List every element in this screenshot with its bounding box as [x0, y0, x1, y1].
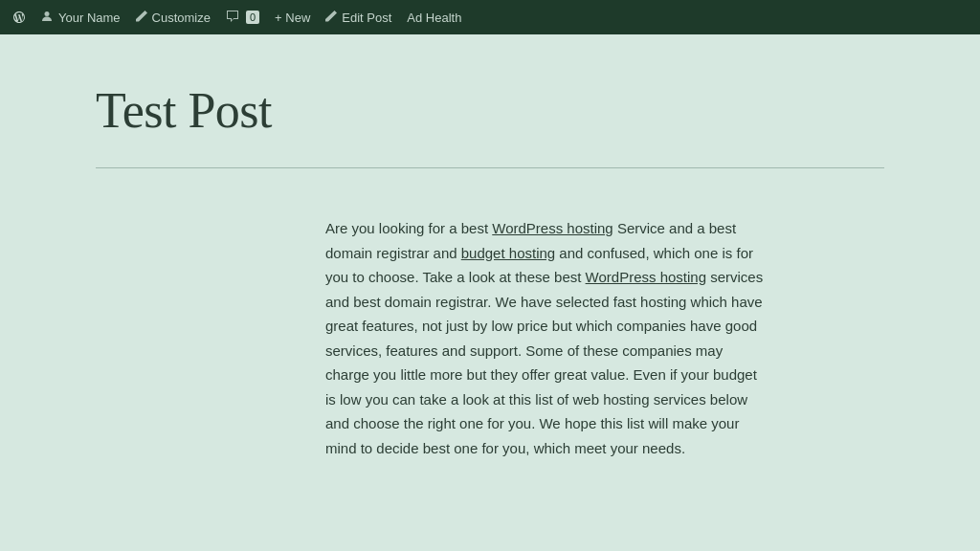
page-content: Test Post Are you looking for a best Wor…: [0, 34, 980, 551]
ad-health-button[interactable]: Ad Health: [399, 0, 469, 34]
your-name-menu[interactable]: Your Name: [33, 0, 128, 34]
post-body: Are you looking for a best WordPress hos…: [325, 216, 766, 460]
wordpress-hosting-link-1[interactable]: WordPress hosting: [492, 220, 612, 236]
new-label: + New: [275, 11, 310, 25]
comment-icon: [226, 10, 239, 26]
admin-bar: Your Name Customize 0 + New Edit Post: [0, 0, 980, 34]
edit-post-label: Edit Post: [342, 11, 391, 25]
wordpress-icon: [13, 8, 25, 27]
svg-point-0: [45, 11, 50, 16]
edit-pencil-icon: [325, 10, 337, 25]
your-name-label: Your Name: [58, 11, 121, 25]
wp-logo-button[interactable]: [6, 4, 33, 31]
post-paragraph: Are you looking for a best WordPress hos…: [325, 216, 766, 460]
wordpress-hosting-link-2[interactable]: WordPress hosting: [586, 269, 706, 285]
comments-button[interactable]: 0: [218, 0, 267, 34]
person-icon: [40, 10, 54, 26]
customize-button[interactable]: Customize: [128, 0, 218, 34]
post-title: Test Post: [96, 82, 980, 139]
post-divider: [96, 167, 884, 168]
new-button[interactable]: + New: [267, 0, 318, 34]
customize-pencil-icon: [136, 10, 147, 25]
budget-hosting-link[interactable]: budget hosting: [461, 245, 555, 261]
edit-post-button[interactable]: Edit Post: [318, 0, 399, 34]
ad-health-label: Ad Health: [407, 11, 461, 25]
comments-count-badge: 0: [246, 11, 259, 24]
customize-label: Customize: [152, 11, 211, 25]
